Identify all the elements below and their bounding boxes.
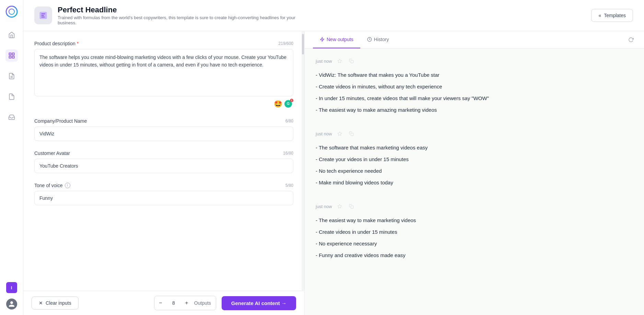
field-header-tone: Tone of voice i 5/80 [34,183,293,188]
required-indicator: * [77,41,79,46]
history-tab-label: History [374,37,389,42]
company-name-field: Company/Product Name 6/80 [34,118,293,141]
output-line: - No tech experience needed [316,165,633,177]
outputs-label: Outputs [193,296,216,310]
svg-rect-2 [9,53,11,55]
tone-count: 5/80 [285,183,293,188]
templates-button-label: Templates [604,13,626,18]
output-line: - VidWiz: The software that makes you a … [316,69,633,81]
outputs-stepper-group: − + Outputs [154,296,216,310]
svg-rect-12 [351,60,353,63]
page-title: Perfect Headline [58,5,298,14]
output-line: - No experience necessary [316,238,633,250]
output-meta-3: just now [316,202,633,210]
field-header-product-desc: Product description * 219/600 [34,41,293,46]
outputs-panel: New outputs History just now [305,31,644,315]
product-description-textarea[interactable]: The software helps you create mind-blowi… [34,49,293,96]
svg-marker-9 [320,37,324,41]
svg-rect-16 [351,206,353,208]
tone-info-icon[interactable]: i [65,183,70,188]
svg-marker-11 [338,59,342,63]
output-line: - Create your videos in under 15 minutes [316,154,633,165]
template-icon [34,7,52,24]
customer-avatar-field: Customer Avatar 16/80 [34,150,293,173]
grammarly-icon[interactable]: G 1 [284,100,292,108]
output-line: - Create videos in minutes, without any … [316,81,633,93]
user-avatar[interactable] [6,299,17,310]
star-icon-1[interactable] [336,57,344,65]
output-meta-2: just now [316,130,633,138]
inputs-scroll: Product description * 219/600 The softwa… [23,31,304,291]
generate-button[interactable]: Generate AI content → [222,296,296,310]
output-line: - Make mind blowing videos today [316,177,633,189]
tone-label-group: Tone of voice i [34,183,70,188]
sidebar-item-templates[interactable] [5,49,18,62]
grammarly-badge: 1 [290,99,293,102]
company-name-label: Company/Product Name [34,118,87,124]
header-left: Perfect Headline Trained with formulas f… [34,5,298,25]
customer-avatar-label: Customer Avatar [34,150,70,156]
tabs-left: New outputs History [313,31,396,48]
outputs-count-input[interactable] [167,300,180,306]
tab-new-outputs[interactable]: New outputs [313,31,360,48]
customer-avatar-count: 16/80 [283,151,293,156]
product-description-field: Product description * 219/600 The softwa… [34,41,293,109]
svg-marker-13 [338,132,342,135]
main-content: Perfect Headline Trained with formulas f… [23,0,644,315]
output-block-3: just now - The easiest way to make marke… [316,202,633,261]
svg-rect-3 [12,53,14,55]
copy-icon-1[interactable] [347,57,355,65]
tone-of-voice-field: Tone of voice i 5/80 [34,183,293,205]
sidebar-item-inbox[interactable] [5,111,18,123]
output-block-1: just now - VidWiz: The software that mak… [316,57,633,116]
chevron-left-icon: « [598,13,601,18]
svg-rect-5 [12,56,14,58]
new-outputs-tab-label: New outputs [327,37,353,42]
generate-label: Generate AI content → [231,300,286,306]
output-content-2: - The software that makes marketing vide… [316,142,633,189]
clear-inputs-button[interactable]: ✕ Clear inputs [32,296,79,310]
inputs-panel: Product description * 219/600 The softwa… [23,31,305,315]
svg-point-1 [9,9,14,14]
sidebar-item-home[interactable] [5,29,18,41]
output-block-2: just now - The software that makes marke… [316,130,633,189]
output-time-3: just now [316,204,332,209]
customer-avatar-input[interactable] [34,159,293,173]
clear-inputs-label: Clear inputs [46,300,71,306]
star-icon-2[interactable] [336,130,344,138]
emoji-picker-icon[interactable]: 🤩 [274,100,282,108]
copy-icon-2[interactable] [347,130,355,138]
sidebar-item-documents[interactable] [5,70,18,82]
user-initial-badge[interactable]: I [6,282,17,293]
company-name-input[interactable] [34,126,293,141]
copy-icon-3[interactable] [347,202,355,210]
textarea-footer: 🤩 G 1 [34,98,293,109]
output-time-1: just now [316,59,332,64]
x-icon: ✕ [39,300,43,306]
page-header: Perfect Headline Trained with formulas f… [23,0,644,31]
app-logo[interactable] [5,5,18,18]
tab-history[interactable]: History [360,31,396,48]
outputs-increment-button[interactable]: + [180,296,193,310]
svg-marker-15 [338,204,342,208]
outputs-scroll: just now - VidWiz: The software that mak… [305,49,644,315]
clock-icon [367,37,372,42]
inputs-footer: ✕ Clear inputs − + Outputs Generate AI c… [23,291,304,315]
output-line: - The software that makes marketing vide… [316,142,633,154]
company-name-count: 6/80 [285,119,293,123]
templates-button[interactable]: « Templates [591,9,633,22]
tone-of-voice-input[interactable] [34,191,293,205]
page-subtitle: Trained with formulas from the world's b… [58,15,298,25]
output-time-2: just now [316,131,332,136]
product-description-count: 219/600 [279,41,293,46]
star-icon-3[interactable] [336,202,344,210]
output-line: - The easiest way to make marketing vide… [316,215,633,226]
lightning-icon [320,37,325,42]
outputs-decrement-button[interactable]: − [154,296,167,310]
output-line: - Create videos in under 15 minutes [316,226,633,238]
content-area: Product description * 219/600 The softwa… [23,31,644,315]
sidebar: I [0,0,23,315]
refresh-button[interactable] [626,35,636,45]
sidebar-item-files[interactable] [5,90,18,103]
header-text: Perfect Headline Trained with formulas f… [58,5,298,25]
